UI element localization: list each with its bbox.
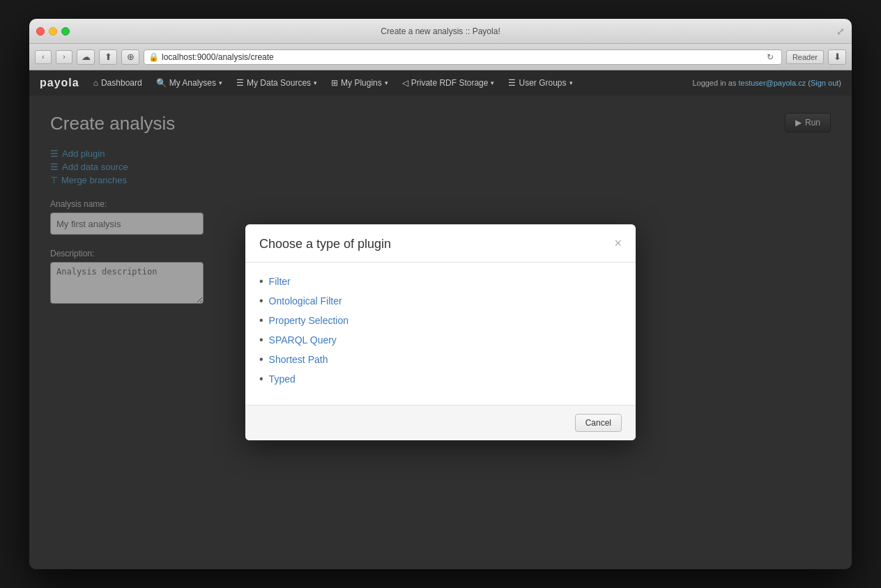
plugin-icon: ⊞ bbox=[331, 78, 338, 88]
nav-label-rdf: Private RDF Storage bbox=[411, 78, 489, 88]
chevron-down-icon: ▾ bbox=[219, 79, 222, 86]
close-button[interactable] bbox=[36, 27, 45, 36]
modal-overlay: Choose a type of plugin × FilterOntologi… bbox=[29, 95, 852, 569]
share-button[interactable]: ⬆ bbox=[99, 49, 117, 65]
download-button[interactable]: ⬇ bbox=[828, 49, 846, 65]
title-bar-right: ⤢ bbox=[836, 26, 845, 37]
app-logo: payola bbox=[40, 77, 79, 89]
home-icon: ⌂ bbox=[93, 78, 98, 88]
plugin-link[interactable]: Ontological Filter bbox=[269, 295, 342, 307]
refresh-button[interactable]: ↻ bbox=[763, 50, 777, 64]
address-bar: ‹ › ☁ ⬆ ⊕ 🔒 ↻ Reader ⬇ bbox=[29, 44, 852, 70]
main-content: Create analysis ▶ Run ☰ Add plugin ☰ Add… bbox=[29, 95, 852, 569]
search-icon: 🔍 bbox=[156, 78, 167, 88]
minimize-button[interactable] bbox=[49, 27, 57, 36]
modal-close-button[interactable]: × bbox=[614, 237, 622, 249]
plugin-list: FilterOntological FilterProperty Selecti… bbox=[259, 275, 622, 385]
sign-out-link[interactable]: Sign out bbox=[811, 79, 838, 87]
nav-item-plugins[interactable]: ⊞ My Plugins ▾ bbox=[331, 78, 388, 88]
nav-label-datasources: My Data Sources bbox=[247, 78, 311, 88]
rdf-icon: ◁ bbox=[402, 78, 408, 88]
plugin-link[interactable]: Property Selection bbox=[269, 315, 348, 326]
nav-label-dashboard: Dashboard bbox=[101, 78, 142, 88]
forward-button[interactable]: › bbox=[56, 50, 72, 64]
logged-in-user[interactable]: testuser@payola.cz bbox=[738, 79, 806, 87]
modal-title: Choose a type of plugin bbox=[259, 237, 391, 252]
modal-body: FilterOntological FilterProperty Selecti… bbox=[245, 263, 636, 405]
app-nav: payola ⌂ Dashboard 🔍 My Analyses ▾ ☰ My … bbox=[29, 70, 852, 95]
traffic-lights bbox=[36, 27, 70, 36]
list-item: Shortest Path bbox=[259, 353, 622, 366]
address-input[interactable] bbox=[162, 52, 760, 62]
nav-item-groups[interactable]: ☰ User Groups ▾ bbox=[508, 78, 572, 88]
plugin-link[interactable]: Filter bbox=[269, 276, 291, 287]
list-item: Typed bbox=[259, 373, 622, 385]
resize-icon: ⤢ bbox=[836, 26, 845, 37]
list-item: Filter bbox=[259, 275, 622, 288]
mac-window: Create a new analysis :: Payola! ⤢ ‹ › ☁… bbox=[29, 19, 852, 569]
nav-item-analyses[interactable]: 🔍 My Analyses ▾ bbox=[156, 78, 222, 88]
address-input-wrapper: 🔒 ↻ bbox=[144, 49, 782, 65]
logged-in-info: Logged in as testuser@payola.cz (Sign ou… bbox=[692, 79, 841, 87]
chevron-down-icon-5: ▾ bbox=[569, 79, 573, 86]
window-title: Create a new analysis :: Payola! bbox=[381, 26, 500, 36]
nav-item-datasources[interactable]: ☰ My Data Sources ▾ bbox=[236, 78, 317, 88]
plugin-link[interactable]: SPARQL Query bbox=[269, 334, 337, 346]
chevron-down-icon-4: ▾ bbox=[491, 79, 494, 86]
nav-item-dashboard[interactable]: ⌂ Dashboard bbox=[93, 78, 142, 88]
cancel-button[interactable]: Cancel bbox=[575, 414, 622, 432]
back-button[interactable]: ‹ bbox=[35, 50, 52, 64]
nav-label-plugins: My Plugins bbox=[341, 78, 382, 88]
groups-icon: ☰ bbox=[508, 78, 516, 88]
nav-label-groups: User Groups bbox=[519, 78, 566, 88]
modal-footer: Cancel bbox=[245, 405, 636, 440]
cloud-button[interactable]: ☁ bbox=[77, 49, 95, 65]
nav-item-rdf[interactable]: ◁ Private RDF Storage ▾ bbox=[402, 78, 495, 88]
reader-button[interactable]: Reader bbox=[786, 50, 824, 64]
list-item: Ontological Filter bbox=[259, 295, 622, 307]
nav-label-analyses: My Analyses bbox=[169, 78, 216, 88]
chevron-down-icon-2: ▾ bbox=[314, 79, 317, 86]
maximize-button[interactable] bbox=[61, 27, 70, 36]
chevron-down-icon-3: ▾ bbox=[385, 79, 388, 86]
datasource-icon: ☰ bbox=[236, 78, 244, 88]
plugin-modal: Choose a type of plugin × FilterOntologi… bbox=[245, 224, 636, 440]
list-item: Property Selection bbox=[259, 314, 622, 327]
logged-in-text: Logged in as bbox=[692, 79, 738, 87]
title-bar: Create a new analysis :: Payola! ⤢ bbox=[29, 19, 852, 44]
plugin-link[interactable]: Typed bbox=[269, 373, 296, 385]
plugin-link[interactable]: Shortest Path bbox=[269, 354, 328, 365]
lock-icon: 🔒 bbox=[148, 52, 159, 62]
list-item: SPARQL Query bbox=[259, 334, 622, 346]
bookmark-button[interactable]: ⊕ bbox=[121, 49, 139, 65]
modal-header: Choose a type of plugin × bbox=[245, 224, 636, 263]
